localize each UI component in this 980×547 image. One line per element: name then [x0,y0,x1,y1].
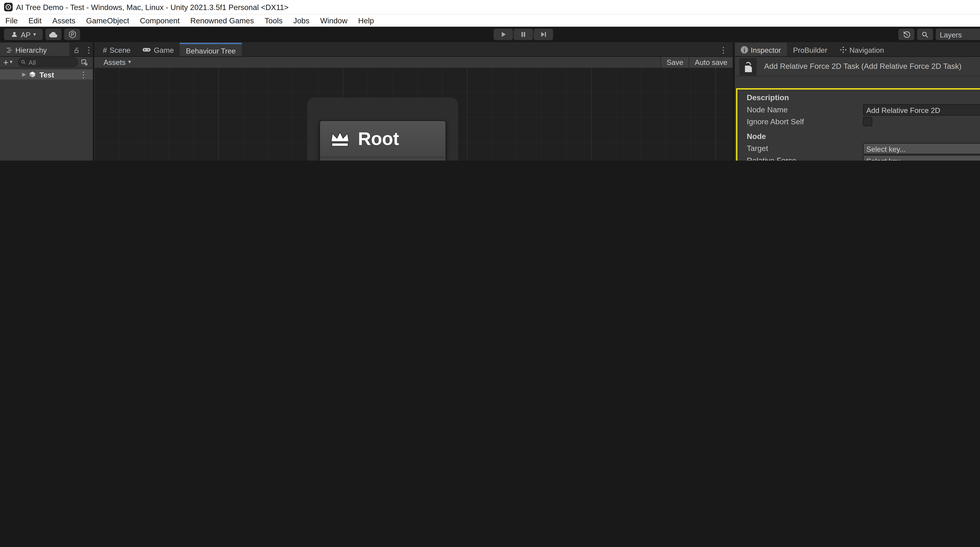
layers-dropdown[interactable]: Layers ▾ [936,29,980,40]
tabrow-divider [0,56,980,57]
step-button[interactable] [534,29,553,40]
node-name-input[interactable] [864,106,980,114]
menu-window[interactable]: Window [315,16,353,24]
account-dropdown[interactable]: AP ▾ [4,29,43,40]
tab-probuilder[interactable]: ProBuilder [787,43,833,57]
tab-navigation[interactable]: Navigation [834,43,890,57]
hierarchy-menu-kebab[interactable]: ⋮ [85,46,93,54]
description-section-header: Description [747,94,789,102]
menu-file[interactable]: File [0,16,23,24]
root-node[interactable]: Root None [307,97,458,161]
navigation-icon [839,46,846,53]
assets-label: Assets [103,58,126,66]
relative-force-label: Relative Force [747,156,796,161]
ignore-abort-self-checkbox[interactable] [863,117,872,126]
undo-history-button[interactable] [898,29,914,40]
hierarchy-panel: + ▾ ▶ Test ⋮ [0,57,93,161]
search-icon [921,30,929,38]
hierarchy-icon [6,46,13,53]
node-name-field[interactable] [863,104,980,116]
add-object-button[interactable]: + [3,58,8,67]
pause-icon [520,31,527,38]
inspector-tabrow: i Inspector ProBuilder Navigation ⋮ [735,42,980,57]
node-name-label: Node Name [747,105,788,113]
root-node-subtitle: None [320,158,445,161]
target-value: Select key... [866,145,906,153]
window-title: AI Tree Demo - Test - Windows, Mac, Linu… [16,3,288,11]
scene-item-kebab[interactable]: ⋮ [80,70,88,79]
pause-button[interactable] [514,29,533,40]
hierarchy-search[interactable] [18,57,78,67]
chevron-down-icon[interactable]: ▾ [10,59,13,65]
gamepad-icon [143,47,151,53]
hierarchy-toolbar: + ▾ [0,57,93,68]
node-section-header: Node [747,132,766,140]
hierarchy-graph-divider[interactable] [93,42,94,161]
menu-assets[interactable]: Assets [47,16,81,24]
tab-inspector[interactable]: i Inspector [735,43,787,57]
play-button[interactable] [493,29,513,40]
tab-game-label: Game [154,46,174,54]
assets-dropdown[interactable]: Assets ▾ [98,57,136,68]
autosave-label: Auto save [695,58,727,66]
history-icon [902,30,911,38]
menu-jobs[interactable]: Jobs [288,16,315,24]
info-icon: i [741,46,748,53]
root-node-title: Root [358,129,399,149]
tab-hierarchy[interactable]: Hierarchy [0,43,69,57]
unlock-icon[interactable] [73,47,80,54]
target-key-dropdown[interactable]: Select key... ▾ [863,143,980,154]
hierarchy-search-input[interactable] [27,58,75,67]
tab-scene-label: Scene [110,46,130,54]
graph-tabrow: # Scene Game Behaviour Tree ⋮ [94,42,733,57]
graph-toolbar: Assets ▾ Save Auto save [94,57,733,68]
autosave-button[interactable]: Auto save [689,57,733,68]
save-label: Save [667,58,683,66]
relative-force-value: Select key... [866,157,906,161]
chevron-down-icon: ▾ [33,32,36,37]
task-script-icon [739,58,757,75]
graph-canvas[interactable]: Root None Add Relative Force 2D [94,67,733,161]
highlighted-section-outline: Description Node Name Ignore Abort Self … [736,88,980,161]
expand-arrow-icon[interactable]: ▶ [22,72,26,78]
search-button[interactable] [917,29,933,40]
behaviour-tree-panel: Assets ▾ Save Auto save Root None [94,57,733,161]
layers-label: Layers [940,30,962,38]
hierarchy-item-label: Test [40,70,54,79]
tab-behaviour-tree[interactable]: Behaviour Tree [180,43,242,57]
menu-tools[interactable]: Tools [259,16,288,24]
tab-scene[interactable]: # Scene [97,43,137,57]
unity-app-icon [4,3,13,11]
scene-picker-icon[interactable] [81,58,88,66]
menu-gameobject[interactable]: GameObject [81,16,135,24]
target-label: Target [747,144,768,152]
menu-renowned-games[interactable]: Renowned Games [185,16,259,24]
menu-component[interactable]: Component [134,16,185,24]
inspector-panel: Add Relative Force 2D Task (Add Relative… [735,57,980,161]
root-node-card[interactable]: Root None [319,120,446,161]
plastic-scm-icon [68,30,76,38]
hierarchy-tabrow: Hierarchy ⋮ [0,42,93,57]
center-inspector-divider[interactable] [733,42,735,161]
ignore-abort-self-label: Ignore Abort Self [747,118,804,126]
relative-force-key-dropdown[interactable]: Select key... ▾ [863,155,980,161]
play-icon [500,31,507,38]
tab-game[interactable]: Game [137,43,180,57]
cloud-button[interactable] [46,29,62,40]
step-icon [540,31,547,38]
window-titlebar: AI Tree Demo - Test - Windows, Mac, Linu… [0,0,980,14]
chevron-down-icon: ▾ [128,59,131,65]
graph-menu-kebab[interactable]: ⋮ [719,46,727,54]
menu-edit[interactable]: Edit [23,16,47,24]
menubar: File Edit Assets GameObject Component Re… [0,14,980,27]
crown-icon [329,130,352,148]
tab-probuilder-label: ProBuilder [793,46,827,54]
account-icon [11,31,18,38]
version-control-button[interactable] [64,29,80,40]
menu-help[interactable]: Help [353,16,379,24]
save-button[interactable]: Save [660,57,689,68]
hierarchy-item-test[interactable]: ▶ Test ⋮ [0,69,93,80]
scene-icon: # [103,46,107,54]
tab-hierarchy-label: Hierarchy [15,46,47,54]
account-label: AP [21,30,30,38]
